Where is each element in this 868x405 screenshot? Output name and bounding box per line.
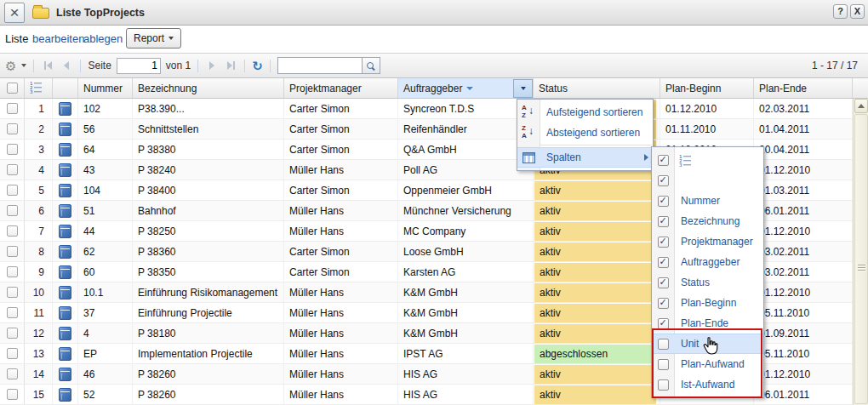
- menu-item-spalten[interactable]: Spalten: [517, 147, 653, 168]
- previous-page-button[interactable]: [60, 59, 73, 72]
- checkbox-unchecked-icon[interactable]: [655, 357, 671, 372]
- row-checkbox[interactable]: [7, 205, 18, 216]
- project-icon[interactable]: [59, 347, 71, 361]
- project-icon[interactable]: [59, 368, 71, 381]
- row-checkbox[interactable]: [7, 246, 18, 257]
- checkbox-checked-icon[interactable]: [655, 214, 671, 229]
- column-toggle-projektmanager[interactable]: Projektmanager: [652, 231, 763, 252]
- checkbox-checked-icon[interactable]: [655, 152, 671, 168]
- refresh-icon[interactable]: ↻: [252, 60, 263, 72]
- menu-link-bearbeiten[interactable]: bearbeiten: [32, 32, 84, 45]
- project-icon[interactable]: [59, 327, 71, 340]
- project-icon[interactable]: [59, 163, 71, 177]
- project-icon[interactable]: [59, 265, 71, 279]
- row-checkbox[interactable]: [7, 103, 18, 114]
- row-checkbox[interactable]: [7, 368, 18, 379]
- checkbox-icon[interactable]: [658, 216, 669, 227]
- select-all-checkbox[interactable]: [7, 83, 18, 94]
- menu-item-absteigend-sortieren[interactable]: ZA↓Absteigend sortieren: [517, 123, 653, 143]
- checkbox-icon[interactable]: [658, 379, 669, 391]
- gear-dropdown-icon[interactable]: [21, 64, 26, 67]
- project-icon[interactable]: [59, 388, 71, 402]
- row-checkbox[interactable]: [7, 123, 18, 134]
- project-icon[interactable]: [59, 184, 71, 197]
- column-header-plan-ende[interactable]: Plan-Ende: [754, 78, 853, 98]
- page-number-input[interactable]: [117, 58, 161, 74]
- project-icon[interactable]: [59, 245, 71, 259]
- checkbox-icon[interactable]: [658, 175, 669, 186]
- row-checkbox[interactable]: [7, 348, 18, 359]
- help-button[interactable]: ?: [833, 4, 848, 19]
- checkbox-checked-icon[interactable]: [655, 275, 671, 290]
- row-checkbox[interactable]: [7, 266, 18, 277]
- scroll-up-button[interactable]: [854, 99, 868, 113]
- column-toggle-icon-column[interactable]: [652, 170, 763, 191]
- gear-icon[interactable]: ⚙: [5, 60, 16, 72]
- checkbox-unchecked-icon[interactable]: [655, 377, 671, 392]
- table-row[interactable]: 256SchnittstellenCarter SimonReifenhändl…: [0, 119, 853, 140]
- checkbox-icon[interactable]: [658, 318, 669, 329]
- select-all-checkbox-cell[interactable]: [0, 78, 25, 98]
- close-icon[interactable]: ×: [4, 3, 25, 23]
- project-icon[interactable]: [59, 286, 71, 299]
- search-button[interactable]: [362, 57, 380, 74]
- checkbox-icon[interactable]: [658, 196, 669, 207]
- column-toggle-ist-aufwand[interactable]: Ist-Aufwand: [652, 374, 763, 395]
- project-icon[interactable]: [59, 204, 71, 218]
- row-checkbox[interactable]: [7, 225, 18, 237]
- column-toggle-plan-aufwand[interactable]: Plan-Aufwand: [652, 354, 763, 374]
- checkbox-checked-icon[interactable]: [655, 295, 671, 311]
- row-checkbox[interactable]: [7, 328, 18, 339]
- checkbox-icon[interactable]: [658, 339, 669, 350]
- table-row[interactable]: 1102P38.390...Carter SimonSyncreon T.D.S…: [0, 99, 853, 119]
- checkbox-icon[interactable]: [658, 257, 669, 268]
- window-close-button[interactable]: X: [850, 4, 865, 19]
- scrollbar-thumb[interactable]: [854, 114, 868, 404]
- checkbox-icon[interactable]: [658, 237, 669, 248]
- next-page-button[interactable]: [205, 59, 219, 72]
- column-dropdown-trigger[interactable]: [513, 79, 533, 98]
- menu-link-ablegen[interactable]: ablegen: [83, 32, 123, 45]
- icon-column-header[interactable]: [53, 78, 78, 98]
- checkbox-icon[interactable]: [658, 359, 669, 370]
- checkbox-icon[interactable]: [658, 277, 669, 288]
- checkbox-icon[interactable]: [658, 155, 669, 166]
- checkbox-checked-icon[interactable]: [655, 173, 671, 188]
- checkbox-checked-icon[interactable]: [655, 193, 671, 208]
- column-toggle-bezeichnung[interactable]: Bezeichnung: [652, 211, 763, 231]
- row-checkbox[interactable]: [7, 185, 18, 196]
- column-header-bezeichnung[interactable]: Bezeichnung: [133, 78, 284, 98]
- project-icon[interactable]: [59, 123, 71, 136]
- last-page-button[interactable]: [224, 59, 237, 72]
- column-toggle-nummer[interactable]: Nummer: [652, 191, 763, 211]
- project-icon[interactable]: [59, 225, 71, 238]
- row-number-column-header[interactable]: 123: [25, 78, 53, 98]
- checkbox-checked-icon[interactable]: [655, 254, 671, 270]
- checkbox-checked-icon[interactable]: [655, 234, 671, 249]
- menu-item-aufsteigend-sortieren[interactable]: AZ↓Aufsteigend sortieren: [517, 102, 653, 123]
- row-checkbox[interactable]: [7, 164, 18, 175]
- row-checkbox[interactable]: [7, 307, 18, 318]
- column-toggle-auftraggeber[interactable]: Auftraggeber: [652, 252, 763, 272]
- column-toggle-plan-beginn[interactable]: Plan-Beginn: [652, 293, 763, 313]
- column-header-projektmanager[interactable]: Projektmanager: [284, 78, 398, 98]
- checkbox-unchecked-icon[interactable]: [655, 336, 671, 351]
- column-header-status[interactable]: Status: [534, 78, 660, 98]
- row-checkbox[interactable]: [7, 144, 18, 155]
- first-page-button[interactable]: [41, 59, 54, 72]
- vertical-scrollbar[interactable]: [853, 99, 868, 405]
- search-input[interactable]: [277, 57, 362, 74]
- project-icon[interactable]: [59, 306, 71, 320]
- report-dropdown-button[interactable]: Report: [126, 28, 181, 48]
- column-toggle-status[interactable]: Status: [652, 272, 763, 293]
- row-checkbox[interactable]: [7, 287, 18, 298]
- column-header-plan-beginn[interactable]: Plan-Beginn: [660, 78, 754, 98]
- project-icon[interactable]: [59, 102, 71, 116]
- column-toggle-row-number[interactable]: 123: [652, 150, 763, 170]
- checkbox-icon[interactable]: [658, 298, 669, 309]
- project-icon[interactable]: [59, 143, 71, 157]
- column-toggle-unit[interactable]: Unit: [652, 334, 763, 354]
- column-toggle-plan-ende[interactable]: Plan-Ende: [652, 313, 763, 334]
- row-checkbox[interactable]: [7, 389, 18, 400]
- checkbox-checked-icon[interactable]: [655, 316, 671, 331]
